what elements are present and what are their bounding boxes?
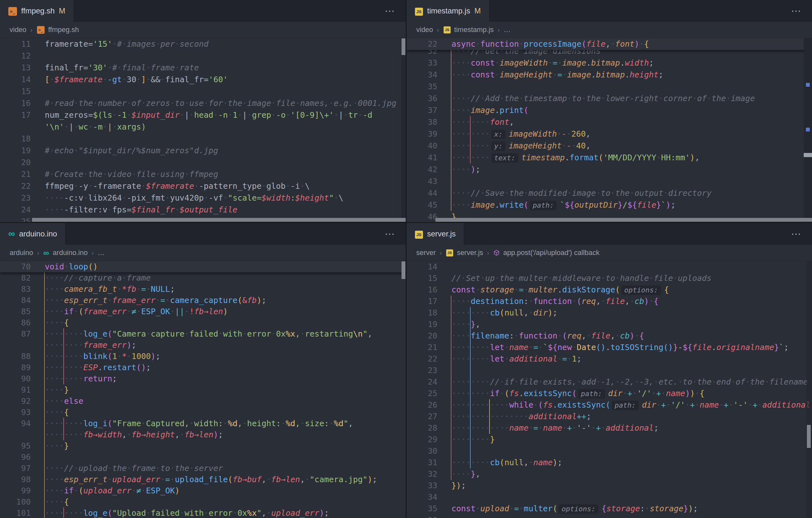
line-number: 83 [0,284,33,295]
code-line: 91····} [0,384,406,396]
line-number: 33 [407,57,440,69]
arduino-icon: ∞ [44,249,49,257]
line-number: 27 [407,411,440,422]
code-line: 45····image.write(path:`${outputDir}/${f… [407,199,812,211]
vertical-scrollbar[interactable] [402,38,405,55]
code-line: 87········log_e("Camera·capture·failed·w… [0,328,406,340]
code-line: ········fb→width,·fb→height,·fb→len); [0,429,406,440]
breadcrumb-item[interactable]: app.post('/api/upload') callback [493,249,600,257]
code-line: 44····//·Save·the·modified·image·to·the·… [407,187,812,199]
breadcrumb-item[interactable]: JSserver.js [446,249,483,257]
breadcrumb-item[interactable]: video [9,26,27,34]
breadcrumb-item[interactable]: video [416,26,433,34]
code-line: 39········x:imageWidth·-·260, [407,128,812,140]
line-number: 96 [0,452,33,463]
line-number: 26 [407,399,440,411]
code-editor[interactable]: 32····//·Get·the·image·dimensions33····c… [407,38,812,222]
code-line: 38········font, [407,116,812,128]
vertical-scrollbar[interactable] [807,425,811,448]
line-number: 16 [0,97,33,109]
code-line: 15//·Set·up·the·multer·middleware·to·han… [407,272,812,284]
code-line: 89········ESP.restart(); [0,362,406,373]
shell-icon: >_ [8,7,17,16]
line-number: 90 [0,373,33,384]
code-line: 16const·storage·=·multer.diskStorage(opt… [407,284,812,296]
breadcrumb[interactable]: video›>_ffmpeg.sh [0,22,406,38]
tab-label: ffmpeg.sh [21,6,55,16]
code-line: 42····); [407,164,812,175]
tab-server-js[interactable]: JS server.js [407,223,464,245]
code-line: 41········text:timestamp.format('MM/DD/Y… [407,152,812,164]
editor-group-timestamp: JS timestamp.js M ⋯ video›JStimestamp.js… [407,0,812,222]
code-editor[interactable]: 11framerate='15'·#·images·per·second1213… [0,38,406,222]
vertical-scrollbar[interactable] [804,153,812,157]
tab-bar: JS timestamp.js M ⋯ [407,0,812,22]
line-number: 17 [407,296,440,307]
code-line: 26············while·(fs.existsSync(path:… [407,399,812,411]
line-number: 23 [0,192,33,204]
code-line: 83····camera_fb_t·*fb·=·NULL; [0,284,406,295]
code-line: 34 [407,491,812,503]
code-line: 20 [0,156,406,168]
code-line: 17num_zeros=$(ls·-1·$input_dir·|·head·-n… [0,109,406,121]
inlay-hint: text: [491,153,518,163]
horizontal-scrollbar[interactable] [435,218,812,222]
line-number: 23 [407,365,440,376]
inlay-hint: options: [621,285,661,295]
vertical-scrollbar[interactable] [402,261,405,279]
breadcrumb[interactable]: server›JSserver.js›app.post('/api/upload… [407,245,812,261]
tab-timestamp-js[interactable]: JS timestamp.js M [407,0,490,22]
code-line: '\n'·|·wc·-m·|·xargs) [0,121,406,133]
code-line: 33}); [407,480,812,491]
line-number: 33 [407,480,440,491]
code-line: 34····const·imageHeight·=·image.bitmap.h… [407,69,812,81]
more-actions-icon[interactable]: ⋯ [384,6,395,16]
more-actions-icon[interactable]: ⋯ [791,229,801,239]
code-line: 84····esp_err_t·frame_err·=·camera_captu… [0,295,406,306]
line-number: 89 [0,362,33,373]
code-editor[interactable]: 1415//·Set·up·the·multer·middleware·to·h… [407,261,812,518]
indent-guide [451,45,452,211]
breadcrumb-item[interactable]: server [416,249,436,257]
line-number: 18 [407,307,440,319]
more-actions-icon[interactable]: ⋯ [384,229,395,239]
code-lines: 32····//·Get·the·image·dimensions33····c… [407,45,812,222]
chevron-right-icon: › [487,249,489,257]
line-number: 22 [407,353,440,365]
line-number [0,121,33,133]
code-editor[interactable]: 82····//·capture·a·frame83····camera_fb_… [0,261,406,518]
code-line: 28············name·=·name·+·'-'·+·additi… [407,422,812,434]
line-number: 28 [407,422,440,434]
breadcrumb[interactable]: arduino›∞arduino.ino›… [0,245,406,261]
code-line: 98····esp_err_t·upload_err·=·upload_file… [0,474,406,485]
arduino-icon: ∞ [8,229,15,238]
code-line: 90········return; [0,373,406,384]
line-number: 18 [0,133,33,145]
line-number: 40 [407,140,440,152]
breadcrumb-item[interactable]: … [503,26,511,34]
code-line: 97····//·upload·the·frame·to·the·server [0,463,406,474]
tab-label: server.js [427,229,456,238]
breadcrumb-item[interactable]: ∞arduino.ino [43,248,88,258]
tab-arduino-ino[interactable]: ∞ arduino.ino [0,223,65,245]
breadcrumb-item[interactable]: … [97,249,105,257]
code-line: 14 [407,261,812,272]
line-number: 87 [0,328,33,340]
code-lines: 1415//·Set·up·the·multer·middleware·to·h… [407,261,812,518]
code-line: 22async·function·processImage(file,·font… [407,38,812,50]
breadcrumb[interactable]: video›JStimestamp.js›… [407,22,812,38]
code-line: 36····//·Add·the·timestamp·to·the·lower-… [407,92,812,104]
code-line: 85····if·(frame_err·≠·ESP_OK·||·!fb→len) [0,306,406,317]
horizontal-scrollbar[interactable] [32,218,406,222]
code-line: 70void·loop() [0,261,406,272]
breadcrumb-item[interactable]: arduino [9,249,33,257]
breadcrumb-item[interactable]: JStimestamp.js [443,26,494,34]
breadcrumb-item[interactable]: >_ffmpeg.sh [36,26,79,34]
more-actions-icon[interactable]: ⋯ [791,6,801,16]
code-line: 36 [407,515,812,518]
code-line: 20····filename:·function·(req,·file,·cb)… [407,330,812,342]
editor-group-ffmpeg: >_ ffmpeg.sh M ⋯ video›>_ffmpeg.sh 11fra… [0,0,406,222]
line-number [0,429,33,440]
line-number: 85 [0,306,33,317]
tab-ffmpeg-sh[interactable]: >_ ffmpeg.sh M [0,0,74,22]
